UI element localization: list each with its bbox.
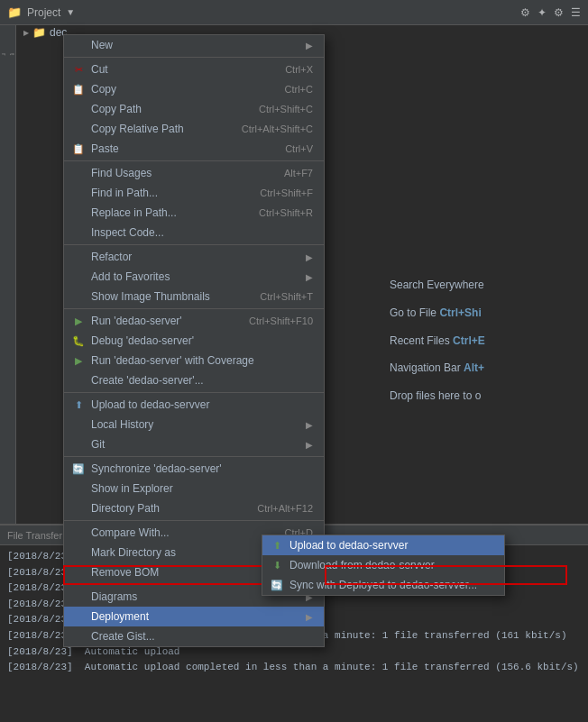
dropdown-arrow[interactable]: ▼: [66, 7, 75, 17]
debug-icon: 🐛: [71, 334, 86, 348]
menu-item-thumbnails[interactable]: Show Image Thumbnails Ctrl+Shift+T: [64, 287, 324, 306]
find-path-icon: [71, 186, 86, 200]
create-gist-icon: [71, 629, 86, 644]
menu-item-refactor[interactable]: Refactor ▶: [64, 247, 324, 267]
menu-item-inspect[interactable]: Inspect Code...: [64, 223, 324, 242]
git-icon: [71, 437, 86, 452]
run-icon: ▶: [71, 314, 86, 328]
gear-icon[interactable]: ⚙: [520, 6, 530, 19]
synchronize-icon: 🔄: [71, 462, 86, 476]
separator-2: [64, 160, 324, 161]
arrow-local-history: ▶: [306, 420, 313, 430]
menu-item-find-path[interactable]: Find in Path... Ctrl+Shift+F: [64, 183, 324, 203]
arrow-favorites: ▶: [306, 272, 313, 282]
menu-item-deployment[interactable]: Deployment ▶: [64, 607, 324, 626]
menu-item-directory-path[interactable]: Directory Path Ctrl+Alt+F12: [64, 498, 324, 518]
menu-item-run-coverage[interactable]: ▶ Run 'dedao-server' with Coverage: [64, 351, 324, 370]
copy-relative-icon: [71, 122, 86, 136]
drop-files-text: Drop files here to o: [390, 389, 481, 402]
log-entry-7: [2018/8/23] Automatic upload completed i…: [7, 660, 581, 676]
menu-item-replace-path[interactable]: Replace in Path... Ctrl+Shift+R: [64, 203, 324, 223]
menu-label-new: New: [91, 39, 302, 51]
submenu-label-download: Download from dedao-servver: [289, 559, 435, 571]
menu-label-find-path: Find in Path...: [91, 187, 242, 199]
shortcut-paste: Ctrl+V: [285, 143, 313, 154]
submenu-item-upload[interactable]: ⬆ Upload to dedao-servver: [262, 535, 504, 555]
right-panel: Search Everywhere Go to File Ctrl+Shi Re…: [381, 25, 588, 548]
menu-item-copy[interactable]: 📋 Copy Ctrl+C: [64, 79, 324, 99]
shortcut-copy: Ctrl+C: [285, 84, 313, 95]
separator-3: [64, 244, 324, 245]
menu-label-directory-path: Directory Path: [91, 502, 239, 515]
menu-item-debug[interactable]: 🐛 Debug 'dedao-server': [64, 331, 324, 351]
settings-icon[interactable]: ⚙: [554, 6, 564, 19]
menu-icon[interactable]: ☰: [571, 6, 581, 19]
nav-bar-shortcut: Alt+: [464, 361, 484, 374]
menu-label-synchronize: Synchronize 'dedao-server': [91, 462, 313, 475]
menu-item-favorites[interactable]: Add to Favorites ▶: [64, 267, 324, 287]
menu-label-copy-relative: Copy Relative Path: [91, 123, 224, 135]
menu-label-cut: Cut: [91, 63, 267, 76]
menu-item-new[interactable]: New ▶: [64, 35, 324, 55]
remove-bom-icon: [71, 565, 86, 580]
local-history-icon: [71, 417, 86, 432]
arrow-deployment: ▶: [306, 612, 313, 622]
project-icon: 📁: [7, 5, 22, 19]
folder-icon: 📁: [32, 26, 46, 39]
cut-icon: ✂: [71, 62, 86, 77]
diagrams-icon: [71, 589, 86, 604]
new-icon: [71, 38, 86, 52]
menu-item-run[interactable]: ▶ Run 'dedao-server' Ctrl+Shift+F10: [64, 311, 324, 331]
shortcut-find-usages: Alt+F7: [284, 168, 313, 178]
shortcut-copy-path: Ctrl+Shift+C: [259, 104, 313, 114]
menu-label-find-usages: Find Usages: [91, 167, 266, 179]
refactor-icon: [71, 250, 86, 264]
menu-item-local-history[interactable]: Local History ▶: [64, 415, 324, 434]
submenu-label-upload: Upload to dedao-servver: [289, 539, 408, 552]
menu-item-find-usages[interactable]: Find Usages Alt+F7: [64, 163, 324, 183]
menu-label-upload: Upload to dedao-servver: [91, 398, 313, 411]
menu-label-inspect: Inspect Code...: [91, 226, 313, 239]
shortcut-find-path: Ctrl+Shift+F: [260, 187, 313, 198]
shortcut-thumbnails: Ctrl+Shift+T: [260, 291, 313, 302]
log-title: File Transfer: [7, 530, 62, 541]
submenu-item-sync[interactable]: 🔄 Sync with Deployed to dedao-servver...: [262, 575, 504, 595]
recent-files-text: Recent Files: [390, 334, 450, 347]
menu-label-show-explorer: Show in Explorer: [91, 482, 313, 495]
right-panel-goto: Go to File Ctrl+Shi: [390, 306, 579, 321]
menu-item-synchronize[interactable]: 🔄 Synchronize 'dedao-server': [64, 459, 324, 479]
arrow-git: ▶: [306, 440, 313, 450]
separator-6: [64, 456, 324, 457]
menu-item-copy-relative[interactable]: Copy Relative Path Ctrl+Alt+Shift+C: [64, 119, 324, 139]
menu-label-paste: Paste: [91, 142, 267, 155]
right-panel-search: Search Everywhere: [390, 278, 579, 293]
menu-item-git[interactable]: Git ▶: [64, 434, 324, 454]
arrow-refactor: ▶: [306, 252, 313, 262]
menu-item-copy-path[interactable]: Copy Path Ctrl+Shift+C: [64, 99, 324, 119]
menu-item-show-explorer[interactable]: Show in Explorer: [64, 479, 324, 498]
menu-label-run: Run 'dedao-server': [91, 315, 231, 327]
pin-icon[interactable]: ✦: [537, 6, 547, 19]
shortcut-copy-relative: Ctrl+Alt+Shift+C: [242, 123, 313, 134]
separator-7: [64, 520, 324, 521]
menu-item-cut[interactable]: ✂ Cut Ctrl+X: [64, 59, 324, 79]
favorites-icon: [71, 270, 86, 284]
paste-icon: 📋: [71, 142, 86, 156]
separator-1: [64, 57, 324, 58]
search-everywhere-text: Search Everywhere: [390, 279, 484, 291]
top-bar: 📁 Project ▼ ⚙ ✦ ⚙ ☰: [0, 0, 588, 25]
menu-label-copy: Copy: [91, 83, 267, 96]
sidebar-tab-structure[interactable]: Stru: [1, 29, 15, 83]
recent-files-shortcut: Ctrl+E: [453, 334, 485, 347]
menu-label-create-gist: Create Gist...: [91, 630, 313, 643]
menu-item-create[interactable]: Create 'dedao-server'...: [64, 370, 324, 390]
menu-item-upload[interactable]: ⬆ Upload to dedao-servver: [64, 395, 324, 415]
submenu-item-download[interactable]: ⬇ Download from dedao-servver: [262, 555, 504, 575]
menu-item-paste[interactable]: 📋 Paste Ctrl+V: [64, 139, 324, 159]
menu-label-local-history: Local History: [91, 418, 302, 431]
upload-icon: ⬆: [71, 398, 86, 412]
submenu-sync-icon: 🔄: [270, 578, 284, 592]
compare-icon: [71, 526, 86, 540]
menu-label-run-coverage: Run 'dedao-server' with Coverage: [91, 354, 313, 367]
menu-item-create-gist[interactable]: Create Gist...: [64, 626, 324, 646]
